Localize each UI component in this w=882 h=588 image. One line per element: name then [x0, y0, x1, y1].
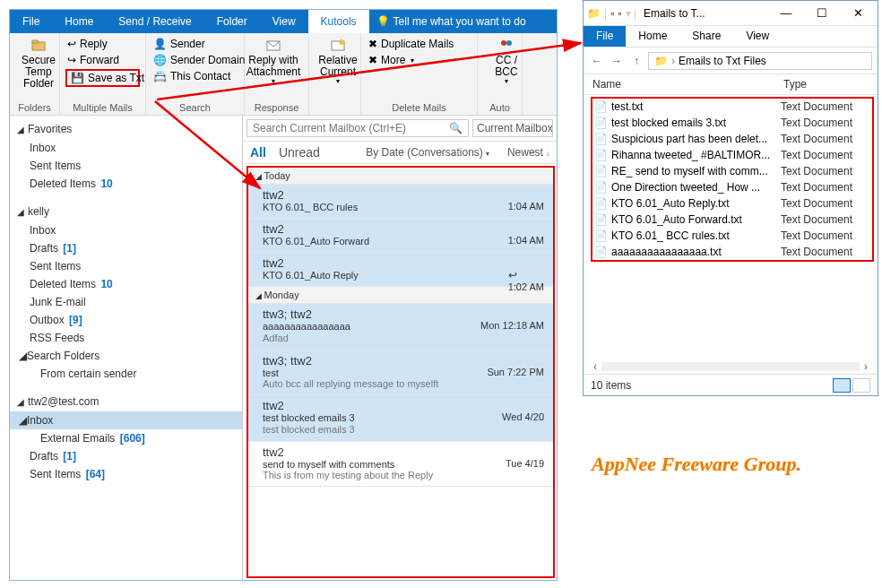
filter-all[interactable]: All — [250, 145, 266, 160]
message-from: ttw2 — [263, 222, 544, 236]
more-button[interactable]: ✖More▾ — [367, 53, 471, 67]
tab-send-receive[interactable]: Send / Receive — [106, 10, 203, 33]
tab-file[interactable]: File — [584, 26, 626, 47]
text-file-icon: 📄 — [594, 165, 608, 177]
file-row[interactable]: 📄RE_ send to myself with comm...Text Doc… — [594, 163, 870, 179]
message-from: ttw3; ttw2 — [263, 307, 544, 321]
horizontal-scrollbar[interactable]: ‹› — [589, 359, 872, 374]
nav-item[interactable]: Junk E-mail — [10, 293, 242, 311]
nav-item[interactable]: Inbox — [10, 139, 242, 157]
column-type[interactable]: Type — [783, 78, 878, 91]
sender-button[interactable]: 👤Sender — [151, 37, 238, 51]
nav-item-label: Drafts — [30, 242, 58, 255]
file-row[interactable]: 📄test.txtText Document — [594, 99, 870, 115]
icons-view-button[interactable] — [852, 378, 870, 393]
breadcrumb[interactable]: 📁 › Emails to Txt Files — [648, 52, 872, 70]
relative-current-button[interactable]: Relative Current ▾ — [315, 37, 361, 86]
nav-item[interactable]: Sent Items [64] — [10, 465, 242, 483]
file-row[interactable]: 📄test blocked emails 3.txtText Document — [594, 115, 870, 131]
tab-home[interactable]: Home — [626, 26, 679, 47]
qat-icon[interactable]: ▫ — [618, 7, 621, 20]
nav-item[interactable]: Sent Items — [10, 157, 242, 175]
reply-button[interactable]: ↩Reply — [65, 37, 140, 51]
file-row[interactable]: 📄One Direction tweeted_ How ...Text Docu… — [594, 179, 870, 195]
nav-item[interactable]: External Emails [606] — [10, 429, 242, 447]
nav-item[interactable]: Deleted Items 10 — [10, 175, 242, 193]
nav-item[interactable]: Deleted Items 10 — [10, 275, 242, 293]
message-item[interactable]: ttw2KTO 6.01_Auto Reply↩1:02 AM — [248, 253, 553, 287]
nav-ttw2[interactable]: ◢ttw2@test.com — [10, 392, 242, 411]
message-from: ttw2 — [263, 445, 544, 459]
nav-favorites[interactable]: ◢Favorites — [10, 119, 242, 139]
file-row[interactable]: 📄aaaaaaaaaaaaaaaa.txtText Document — [594, 244, 870, 260]
message-item[interactable]: ttw3; ttw2aaaaaaaaaaaaaaaaAdfad Mon 12:1… — [248, 304, 553, 350]
file-row[interactable]: 📄KTO 6.01_ BCC rules.txtText Document — [594, 228, 870, 244]
file-row[interactable]: 📄KTO 6.01_Auto Forward.txtText Document — [594, 212, 870, 228]
forward-button[interactable]: → — [609, 55, 625, 67]
nav-item-label: Search Folders — [27, 350, 99, 362]
cc-bcc-button[interactable]: CC / BCC ▾ — [483, 37, 530, 86]
tab-home[interactable]: Home — [52, 10, 106, 33]
nav-item[interactable]: RSS Feeds — [10, 329, 242, 347]
reply-icon: ↩ — [508, 269, 517, 281]
message-item[interactable]: ttw2send to myself with commentsThis is … — [248, 442, 553, 487]
file-row[interactable]: 📄Suspicious part has been delet...Text D… — [594, 131, 870, 147]
minimize-button[interactable]: — — [770, 6, 802, 20]
close-button[interactable]: ✕ — [842, 6, 874, 20]
file-name: RE_ send to myself with comm... — [611, 165, 768, 177]
svg-point-4 — [339, 39, 344, 45]
search-icon[interactable]: 🔍 — [449, 122, 463, 134]
reply-with-attachment-button[interactable]: Reply with Attachment ▾ — [250, 37, 297, 86]
file-row[interactable]: 📄Rihanna tweeted_ #BALTIMOR...Text Docum… — [594, 147, 870, 163]
tab-view[interactable]: View — [733, 26, 782, 47]
nav-item[interactable]: Drafts [1] — [10, 447, 242, 465]
nav-item[interactable]: Inbox — [10, 221, 242, 239]
envelope-attach-icon — [266, 39, 281, 53]
nav-kelly[interactable]: ◢kelly — [10, 202, 242, 221]
folder-icon: 📁 — [587, 7, 601, 20]
nav-item[interactable]: Sent Items — [10, 257, 242, 275]
tab-view[interactable]: View — [260, 10, 308, 33]
nav-item[interactable]: From certain sender — [10, 365, 242, 383]
chevron-down-icon: ▾ — [486, 150, 489, 158]
envelope-star-icon — [331, 39, 345, 53]
back-button[interactable]: ← — [589, 55, 605, 67]
save-as-txt-button[interactable]: 💾Save as Txt — [65, 69, 140, 87]
filter-unread[interactable]: Unread — [279, 145, 320, 160]
search-input[interactable]: Search Current Mailbox (Ctrl+E) 🔍 — [246, 119, 469, 137]
message-item[interactable]: ttw2test blocked emails 3test blocked em… — [248, 395, 553, 442]
message-item[interactable]: ttw2KTO 6.01_Auto Forward1:04 AM — [248, 219, 553, 253]
tab-file[interactable]: File — [10, 10, 52, 33]
nav-item[interactable]: ◢Search Folders — [10, 347, 242, 365]
nav-item[interactable]: Outbox [9] — [10, 311, 242, 329]
message-preview: Auto bcc all replying message to myselft — [263, 378, 544, 389]
secure-temp-folder-button[interactable]: Secure Temp Folder — [15, 37, 62, 91]
ribbon-tabs: File Home Send / Receive Folder View Kut… — [10, 10, 557, 33]
tab-folder[interactable]: Folder — [204, 10, 260, 33]
column-name[interactable]: Name — [592, 78, 783, 91]
sort-newest[interactable]: Newest ↓ — [507, 146, 549, 159]
file-row[interactable]: 📄KTO 6.01_Auto Reply.txtText Document — [594, 195, 870, 212]
duplicate-mails-button[interactable]: ✖Duplicate Mails — [367, 37, 471, 51]
sort-by-date[interactable]: By Date (Conversations) ▾ — [366, 146, 489, 159]
forward-button[interactable]: ↪Forward — [65, 53, 140, 67]
up-button[interactable]: ↑ — [628, 55, 644, 67]
maximize-button[interactable]: ☐ — [806, 6, 838, 20]
message-item[interactable]: ttw2KTO 6.01_ BCC rules1:04 AM — [248, 185, 553, 219]
nav-item[interactable]: ◢Inbox — [10, 411, 242, 429]
message-time: 1:04 AM — [508, 201, 544, 212]
message-time: ↩1:02 AM — [508, 269, 544, 292]
message-group-header[interactable]: Today — [248, 168, 553, 185]
item-count: 10 items — [591, 379, 631, 392]
tab-share[interactable]: Share — [679, 26, 733, 47]
details-view-button[interactable] — [833, 378, 851, 393]
qat-icon[interactable]: ▫ — [610, 7, 614, 20]
svg-point-6 — [506, 40, 512, 46]
sender-domain-button[interactable]: 🌐Sender Domain — [151, 53, 238, 67]
tab-kutools[interactable]: Kutools — [308, 10, 369, 33]
this-contact-button[interactable]: 📇This Contact — [151, 69, 238, 83]
message-item[interactable]: ttw3; ttw2testAuto bcc all replying mess… — [248, 350, 553, 395]
tell-me-search[interactable]: 💡 Tell me what you want to do — [369, 15, 533, 28]
search-scope[interactable]: Current Mailbox — [472, 119, 553, 137]
nav-item[interactable]: Drafts [1] — [10, 239, 242, 257]
